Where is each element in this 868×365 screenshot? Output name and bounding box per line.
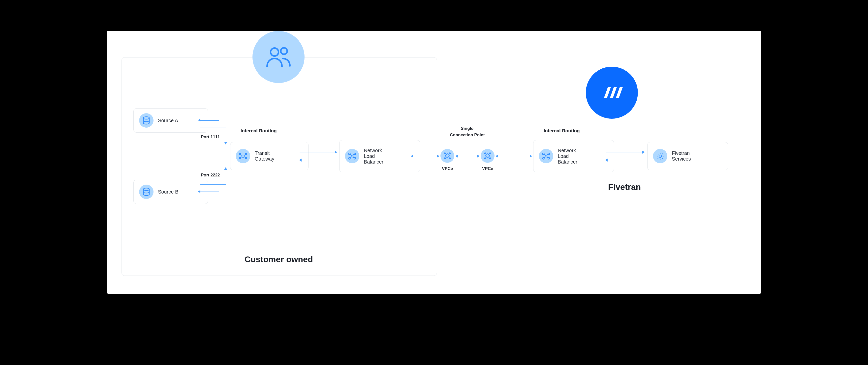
diagram-canvas: Source A Source B Transit Gateway Networ… xyxy=(106,31,762,294)
connector xyxy=(456,156,479,156)
svg-point-14 xyxy=(349,158,350,159)
connector xyxy=(411,156,439,156)
vpce-right-label: VPCe xyxy=(482,166,493,171)
svg-point-20 xyxy=(450,153,451,154)
fivetran-services-label: Fivetran Services xyxy=(672,151,691,162)
svg-line-10 xyxy=(244,155,246,155)
svg-point-13 xyxy=(349,153,350,155)
arrowhead-icon xyxy=(224,142,227,144)
database-icon xyxy=(139,185,154,199)
port-1111-label: Port 1111 xyxy=(201,135,220,139)
vpce-left-label: VPCe xyxy=(442,166,453,171)
arrowhead-icon xyxy=(198,119,200,122)
vpce-right-icon xyxy=(480,149,495,163)
customer-nlb-card: Network Load Balancer xyxy=(339,140,420,172)
svg-point-19 xyxy=(444,153,446,154)
connector xyxy=(300,160,337,160)
arrowhead-icon xyxy=(224,167,227,170)
svg-point-16 xyxy=(354,158,356,159)
arrowhead-icon xyxy=(198,190,200,193)
source-b-label: Source B xyxy=(158,189,178,195)
single-connection-line1: Single xyxy=(461,126,473,131)
connector xyxy=(300,152,337,153)
connector xyxy=(219,120,219,145)
svg-rect-18 xyxy=(445,154,450,158)
fivetran-nlb-card: Network Load Balancer xyxy=(533,140,614,172)
connector xyxy=(219,170,219,192)
port-2222-label: Port 2222 xyxy=(201,173,220,178)
svg-point-21 xyxy=(444,158,446,159)
gear-icon xyxy=(653,149,668,163)
load-balancer-icon xyxy=(539,149,553,163)
svg-point-29 xyxy=(542,158,545,159)
fivetran-title: Fivetran xyxy=(608,182,641,192)
source-a-label: Source A xyxy=(158,118,178,123)
fivetran-nlb-label: Network Load Balancer xyxy=(558,148,577,165)
load-balancer-icon xyxy=(345,149,359,163)
fivetran-internal-routing-label: Internal Routing xyxy=(544,128,580,134)
svg-point-22 xyxy=(450,158,451,159)
single-connection-line2: Connection Point xyxy=(450,133,485,137)
source-a-card: Source A xyxy=(133,108,208,133)
customer-internal-routing-label: Internal Routing xyxy=(241,128,277,134)
customer-title: Customer owned xyxy=(245,255,313,264)
connector xyxy=(226,128,226,142)
connector xyxy=(226,169,226,185)
svg-point-28 xyxy=(542,153,545,155)
connector xyxy=(200,128,226,128)
database-icon xyxy=(139,113,154,128)
svg-point-25 xyxy=(490,153,491,154)
svg-point-2 xyxy=(143,117,149,119)
connector xyxy=(200,120,219,121)
transit-gateway-label: Transit Gateway xyxy=(255,151,274,162)
connector xyxy=(200,184,226,185)
transit-gateway-card: Transit Gateway xyxy=(230,142,309,170)
svg-point-24 xyxy=(485,153,486,154)
connector xyxy=(496,156,532,156)
svg-point-31 xyxy=(548,158,550,159)
fivetran-services-card: Fivetran Services xyxy=(647,142,728,170)
svg-point-27 xyxy=(490,158,491,159)
fivetran-logo-icon xyxy=(586,67,638,119)
svg-point-26 xyxy=(485,158,486,159)
customers-icon xyxy=(252,31,305,83)
svg-line-12 xyxy=(244,157,246,158)
vpce-left-icon xyxy=(440,149,454,163)
svg-point-17 xyxy=(351,155,353,157)
svg-rect-23 xyxy=(486,154,490,158)
svg-point-32 xyxy=(545,155,547,157)
connector xyxy=(606,152,644,153)
svg-point-30 xyxy=(548,153,550,155)
svg-point-33 xyxy=(659,155,661,157)
connector xyxy=(200,192,219,192)
customer-nlb-label: Network Load Balancer xyxy=(364,148,383,165)
connector xyxy=(606,160,644,160)
svg-line-9 xyxy=(241,155,242,155)
svg-point-15 xyxy=(354,153,356,155)
svg-point-3 xyxy=(143,188,149,191)
svg-line-11 xyxy=(241,157,242,158)
svg-point-1 xyxy=(281,48,287,54)
svg-point-0 xyxy=(271,48,279,56)
svg-point-4 xyxy=(242,155,244,157)
transit-gateway-icon xyxy=(236,149,250,163)
source-b-card: Source B xyxy=(133,180,208,204)
